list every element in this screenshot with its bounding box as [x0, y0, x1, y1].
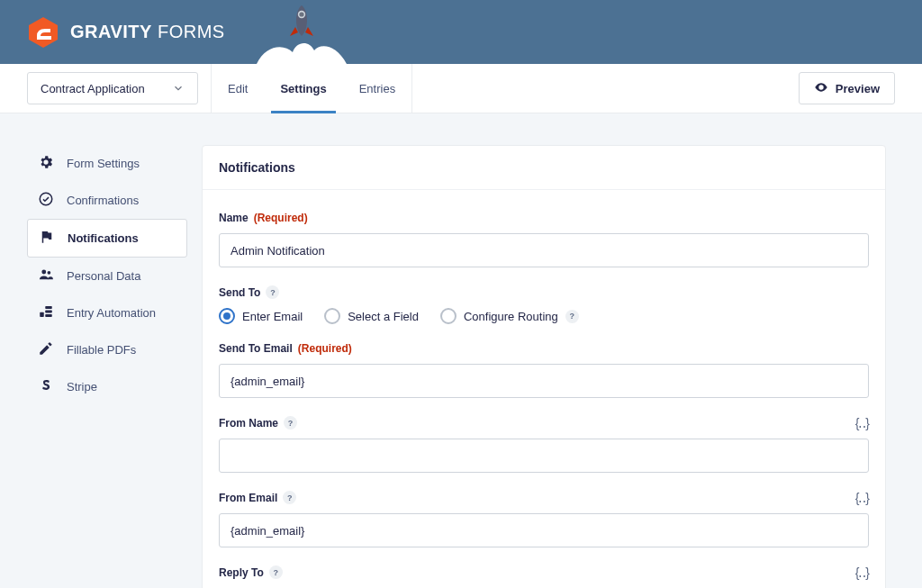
radio-icon	[324, 308, 340, 324]
header-banner: GRAVITY FORMS	[0, 0, 922, 64]
help-icon[interactable]: ?	[284, 416, 297, 430]
tab-entries[interactable]: Entries	[343, 64, 411, 113]
preview-label: Preview	[836, 82, 880, 95]
radio-configure-routing[interactable]: Configure Routing ?	[440, 308, 579, 324]
help-icon[interactable]: ?	[266, 285, 279, 299]
sidebar-item-label: Entry Automation	[67, 306, 156, 320]
sidebar-item-label: Notifications	[68, 231, 139, 245]
sidebar-item-fillable-pdfs[interactable]: Fillable PDFs	[27, 331, 187, 368]
svg-point-2	[299, 12, 303, 16]
from-name-input[interactable]	[219, 439, 869, 473]
svg-rect-7	[40, 312, 44, 317]
svg-rect-10	[45, 314, 52, 317]
sidebar-item-notifications[interactable]: Notifications	[27, 219, 187, 258]
label-send-to: Send To	[219, 286, 260, 299]
name-input[interactable]	[219, 233, 869, 267]
label-name: Name	[219, 212, 249, 224]
svg-point-4	[40, 193, 52, 205]
sidebar-item-stripe[interactable]: Stripe	[27, 368, 187, 405]
brand: GRAVITY FORMS	[27, 16, 225, 49]
merge-tag-icon[interactable]: {‥}	[855, 491, 869, 505]
tab-settings[interactable]: Settings	[264, 64, 342, 113]
field-from-name: {‥} From Name ?	[219, 416, 869, 473]
merge-tag-icon[interactable]: {‥}	[855, 565, 869, 580]
field-send-to-email: Send To Email (Required)	[219, 342, 869, 398]
label-reply-to: Reply To	[219, 566, 264, 579]
send-to-options: Enter Email Select a Field Configure Rou…	[219, 308, 869, 324]
field-name: Name (Required)	[219, 212, 869, 267]
help-icon[interactable]: ?	[565, 310, 579, 323]
main-tabs: Edit Settings Entries	[211, 64, 412, 113]
eye-icon	[814, 80, 828, 97]
pencil-icon	[38, 340, 54, 359]
panel-body: Name (Required) Send To ? Enter Email	[203, 190, 885, 588]
help-icon[interactable]: ?	[269, 565, 283, 579]
rocket-illustration	[257, 0, 347, 64]
sidebar-item-label: Fillable PDFs	[67, 343, 136, 357]
gravityforms-logo-icon	[27, 16, 59, 49]
settings-panel: Notifications Name (Required) Send To ?	[202, 145, 886, 588]
radio-select-field[interactable]: Select a Field	[324, 308, 419, 324]
automation-icon	[38, 303, 54, 322]
sidebar-item-personal-data[interactable]: Personal Data	[27, 258, 187, 294]
svg-point-6	[48, 271, 51, 275]
sidebar-item-form-settings[interactable]: Form Settings	[27, 145, 187, 182]
required-marker: (Required)	[298, 342, 352, 355]
sidebar-item-label: Personal Data	[67, 269, 140, 283]
preview-button[interactable]: Preview	[799, 72, 895, 104]
field-reply-to: {‥} Reply To ?	[219, 565, 869, 588]
label-from-email: From Email	[219, 492, 277, 504]
chevron-down-icon	[172, 82, 185, 95]
sidebar-item-entry-automation[interactable]: Entry Automation	[27, 294, 187, 331]
radio-enter-email[interactable]: Enter Email	[219, 308, 303, 324]
radio-icon	[440, 308, 456, 324]
form-selector-label: Contract Application	[41, 82, 145, 95]
svg-point-3	[820, 86, 823, 88]
sidebar-item-label: Confirmations	[67, 194, 139, 207]
svg-rect-8	[45, 306, 52, 309]
send-to-email-input[interactable]	[219, 364, 869, 398]
stripe-icon	[38, 377, 54, 396]
people-icon	[38, 267, 54, 285]
label-send-to-email: Send To Email	[219, 342, 293, 355]
panel-title: Notifications	[203, 146, 885, 190]
svg-point-1	[298, 11, 305, 18]
svg-rect-9	[45, 311, 52, 313]
brand-name: GRAVITY FORMS	[70, 22, 225, 42]
label-from-name: From Name	[219, 417, 278, 430]
tab-edit[interactable]: Edit	[212, 64, 264, 113]
workspace: Form Settings Confirmations Notification…	[0, 113, 922, 588]
form-selector[interactable]: Contract Application	[27, 72, 198, 104]
sidebar-item-label: Form Settings	[67, 157, 140, 170]
sidebar-item-label: Stripe	[67, 380, 97, 394]
settings-sidebar: Form Settings Confirmations Notification…	[27, 145, 187, 405]
merge-tag-icon[interactable]: {‥}	[855, 416, 869, 430]
field-send-to: Send To ? Enter Email Select a Field Con…	[219, 285, 869, 324]
check-circle-icon	[38, 191, 54, 210]
from-email-input[interactable]	[219, 513, 869, 547]
required-marker: (Required)	[254, 212, 308, 224]
flag-icon	[39, 229, 55, 248]
help-icon[interactable]: ?	[283, 491, 296, 504]
field-from-email: {‥} From Email ?	[219, 491, 869, 547]
toolbar: Contract Application Edit Settings Entri…	[0, 64, 922, 113]
sidebar-item-confirmations[interactable]: Confirmations	[27, 182, 187, 219]
svg-point-5	[41, 270, 46, 275]
gear-icon	[38, 154, 54, 173]
radio-icon	[219, 308, 235, 324]
